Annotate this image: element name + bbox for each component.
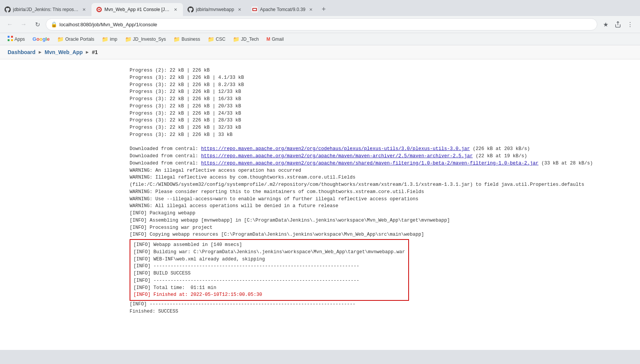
console-line: Progress (3): 22 kB | 226 kB | 33 kB — [130, 131, 632, 139]
business-folder-icon: 📁 — [173, 36, 180, 42]
tab-jdbirla-jenkins[interactable]: jdbirla/JD_Jenkins: This repositor… ✕ — [0, 3, 91, 16]
bookmark-business[interactable]: 📁 Business — [170, 35, 203, 43]
svg-rect-9 — [11, 39, 13, 41]
bookmark-jdtech-label: JD_Tech — [241, 37, 259, 42]
build-success-box: [INFO] Webapp assembled in [140 msecs] [… — [130, 239, 409, 301]
console-info-total-time: [INFO] Total time: 01:11 min — [133, 284, 405, 292]
bookmark-jd-investo[interactable]: 📁 JD_Investo_Sys — [122, 35, 169, 43]
download-link-3[interactable]: https://repo.maven.apache.org/maven2/org… — [201, 161, 539, 166]
console-info-copying: [INFO] Copying webapp resources [C:\Prog… — [130, 231, 632, 238]
console-warning-5: WARNING: Use --illegal-access=warn to en… — [130, 196, 632, 203]
address-bar-row: ← → ↻ 🔒 localhost:8080/job/Mvn_Web_App/1… — [0, 16, 640, 33]
tab-jenkins-console[interactable]: Mvn_Web_App #1 Console [Jenk… ✕ — [91, 3, 183, 16]
bookmark-business-label: Business — [181, 37, 200, 42]
tab3-favicon-github — [188, 6, 194, 13]
bookmark-google[interactable]: Google — [29, 35, 53, 43]
tab-bar: jdbirla/JD_Jenkins: This repositor… ✕ Mv… — [0, 0, 640, 16]
apps-grid-icon — [8, 36, 13, 42]
tab2-close[interactable]: ✕ — [172, 6, 178, 13]
url-bar[interactable]: 🔒 localhost:8080/job/Mvn_Web_App/1/conso… — [46, 18, 597, 30]
bookmark-apps-label: Apps — [14, 37, 25, 42]
bookmark-investo-label: JD_Investo_Sys — [133, 37, 166, 42]
breadcrumb: Dashboard ► Mvn_Web_App ► #1 — [0, 45, 640, 59]
tab3-close[interactable]: ✕ — [236, 6, 242, 13]
tab-favicon-jenkins — [96, 6, 102, 13]
console-line: Progress (3): 22 kB | 226 kB | 24/33 kB — [130, 110, 632, 117]
tab-jdbirla-mvnwebapp[interactable]: jdbirla/mvnwebapp ✕ — [183, 3, 247, 16]
console-finished-success: Finished: SUCCESS — [130, 308, 632, 315]
console-line: Progress (3): 22 kB | 226 kB | 12/33 kB — [130, 88, 632, 96]
bookmark-oracle-label: Oracle Portals — [65, 37, 94, 42]
console-line: Progress (3): 22 kB | 226 kB | 16/33 kB — [130, 96, 632, 103]
tab4-close[interactable]: ✕ — [308, 6, 314, 13]
bookmark-apps[interactable]: Apps — [5, 35, 28, 43]
share-icon[interactable] — [613, 19, 623, 30]
console-line: Progress (3): 22 kB | 226 kB | 20/33 kB — [130, 103, 632, 110]
bookmarks-bar: Apps Google 📁 Oracle Portals 📁 imp 📁 JD_… — [0, 33, 640, 45]
console-warning-6: WARNING: All illegal access operations w… — [130, 203, 632, 210]
breadcrumb-mvn-web-app[interactable]: Mvn_Web_App — [45, 49, 83, 55]
console-line: Progress (3): 22 kB | 226 kB | 8.2/33 kB — [130, 81, 632, 89]
console-info-processing: [INFO] Processing war project — [130, 224, 632, 231]
console-line: Progress (3): 22 kB | 226 kB | 4.1/33 kB — [130, 74, 632, 81]
bookmark-imp-label: imp — [110, 37, 117, 42]
tab-apache-tomcat[interactable]: Apache Tomcat/9.0.39 ✕ — [247, 3, 318, 16]
breadcrumb-dashboard[interactable]: Dashboard — [8, 49, 35, 55]
page-content: Dashboard ► Mvn_Web_App ► #1 Progress (2… — [0, 45, 640, 350]
tab4-title: Apache Tomcat/9.0.39 — [260, 7, 305, 12]
jdtech-folder-icon: 📁 — [233, 36, 239, 42]
oracle-folder-icon: 📁 — [57, 36, 64, 42]
console-line: Progress (2): 22 kB | 226 kB — [130, 67, 632, 74]
investo-folder-icon: 📁 — [125, 36, 132, 42]
tab4-favicon-tomcat — [252, 6, 258, 13]
menu-icon[interactable]: ⋮ — [625, 19, 635, 30]
console-info-webapp-assembled: [INFO] Webapp assembled in [140 msecs] — [133, 241, 405, 249]
console-warning-2: WARNING: Illegal reflective access by co… — [130, 174, 632, 181]
console-info-separator-2: [INFO] ---------------------------------… — [133, 277, 405, 284]
bookmark-csc-label: CSC — [216, 37, 225, 42]
bookmark-gmail-label: Gmail — [272, 37, 284, 42]
svg-rect-6 — [8, 36, 10, 38]
console-line: Progress (3): 22 kB | 226 kB | 32/33 kB — [130, 124, 632, 131]
bookmark-csc[interactable]: 📁 CSC — [205, 35, 228, 43]
reload-button[interactable]: ↻ — [32, 19, 43, 30]
console-line-download-3: Downloaded from central: https://repo.ma… — [130, 160, 632, 167]
bookmark-star-icon[interactable]: ★ — [600, 19, 611, 30]
lock-icon: 🔒 — [51, 21, 57, 27]
console-info-separator-1: [INFO] ---------------------------------… — [133, 263, 405, 270]
svg-rect-5 — [253, 9, 256, 10]
back-button[interactable]: ← — [5, 19, 15, 30]
console-line-download-1: Downloaded from central: https://repo.ma… — [130, 145, 632, 153]
console-info-finished-at: [INFO] Finished at: 2022-05-10T12:15:00.… — [133, 291, 405, 299]
bookmark-jd-tech[interactable]: 📁 JD_Tech — [230, 35, 262, 43]
bookmark-gmail[interactable]: M Gmail — [263, 35, 287, 43]
browser-frame: jdbirla/JD_Jenkins: This repositor… ✕ Mv… — [0, 0, 640, 364]
forward-button[interactable]: → — [18, 19, 29, 30]
console-line-download-2: Downloaded from central: https://repo.ma… — [130, 153, 632, 160]
console-warning-3: (file:/C:/WINDOWS/system32/config/system… — [130, 181, 632, 188]
tab3-title: jdbirla/mvnwebapp — [196, 7, 234, 12]
bookmark-imp[interactable]: 📁 imp — [99, 35, 120, 43]
download-link-2[interactable]: https://repo.maven.apache.org/maven2/org… — [201, 153, 473, 159]
google-icon: Google — [32, 36, 50, 42]
gmail-icon: M — [266, 37, 270, 42]
console-warning-4: WARNING: Please consider reporting this … — [130, 188, 632, 196]
download-link-1[interactable]: https://repo.maven.apache.org/maven2/org… — [201, 146, 470, 152]
svg-point-2 — [98, 9, 100, 10]
console-info-separator-3: [INFO] ---------------------------------… — [130, 301, 632, 308]
console-info-webxml: [INFO] WEB-INF\web.xml already added, sk… — [133, 256, 405, 263]
new-tab-button[interactable]: + — [318, 4, 329, 14]
console-info-assembling: [INFO] Assembling webapp [mvnwebapp] in … — [130, 217, 632, 224]
console-output: Progress (2): 22 kB | 226 kB Progress (3… — [0, 59, 640, 323]
console-line: Progress (3): 22 kB | 226 kB | 28/33 kB — [130, 117, 632, 124]
svg-rect-8 — [8, 39, 10, 41]
tab1-close[interactable]: ✕ — [81, 6, 87, 13]
url-text: localhost:8080/job/Mvn_Web_App/1/console — [59, 22, 157, 27]
tab1-title: jdbirla/JD_Jenkins: This repositor… — [13, 7, 79, 12]
console-info-building-war: [INFO] Building war: C:\ProgramData\Jenk… — [133, 249, 405, 256]
breadcrumb-separator-1: ► — [38, 49, 42, 55]
console-info-packaging: [INFO] Packaging webapp — [130, 210, 632, 217]
breadcrumb-build-number: #1 — [92, 49, 98, 55]
imp-folder-icon: 📁 — [102, 36, 108, 42]
bookmark-oracle[interactable]: 📁 Oracle Portals — [54, 35, 97, 43]
